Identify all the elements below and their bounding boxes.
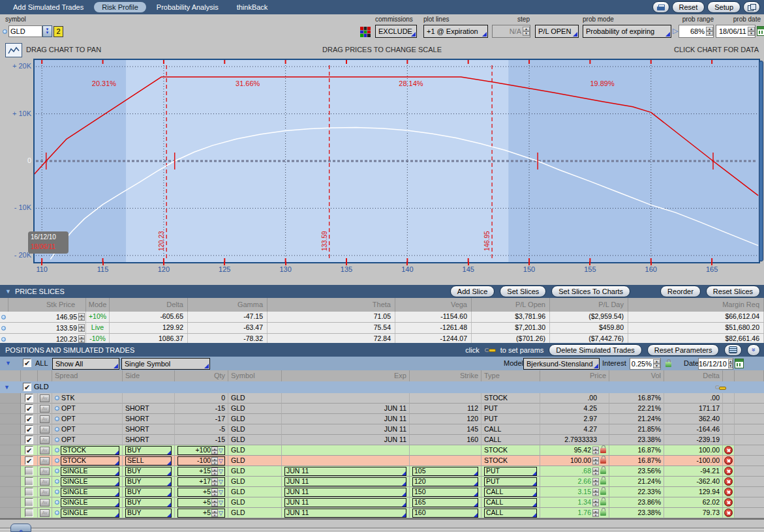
spread-select[interactable]: SINGLE xyxy=(61,509,119,518)
qty-dropdown-icon[interactable]: ▽ xyxy=(219,467,223,475)
price-lock-icon[interactable] xyxy=(600,510,606,516)
add-slice-button[interactable]: Add Slice xyxy=(450,286,495,297)
side-select[interactable]: BUY xyxy=(125,498,172,507)
tab-add-simulated-trades[interactable]: Add Simulated Trades xyxy=(5,1,91,13)
type-select[interactable]: CALL xyxy=(484,509,537,518)
reorder-button[interactable]: Reorder xyxy=(660,286,701,297)
delete-row-button[interactable] xyxy=(724,477,733,486)
side-select[interactable]: BUY xyxy=(125,488,172,497)
qty-dropdown-icon[interactable]: ▽ xyxy=(219,499,223,507)
delete-row-button[interactable] xyxy=(724,467,733,475)
row-checkbox[interactable]: ✔ xyxy=(25,436,33,444)
expand-arrow-icon[interactable]: ▷ xyxy=(673,27,678,35)
row-checkbox[interactable] xyxy=(25,498,33,507)
risk-profile-chart[interactable]: 120.23133.59146.9520.31%31.66%28.14%19.8… xyxy=(33,59,760,263)
row-options-button[interactable]: Av xyxy=(40,447,50,454)
print-button[interactable] xyxy=(652,1,669,13)
spinner-icon[interactable]: ▴▾ xyxy=(211,457,218,465)
exp-select[interactable]: JUN 11 xyxy=(284,467,406,476)
price-lock-icon[interactable] xyxy=(600,490,606,495)
set-slices-button[interactable]: Set Slices xyxy=(500,286,546,297)
strike-select[interactable]: 165 xyxy=(412,498,478,507)
side-select[interactable]: SELL xyxy=(125,456,172,466)
row-options-button[interactable]: Av xyxy=(40,426,50,434)
row-checkbox[interactable]: ✔ xyxy=(25,404,33,413)
collapse-triangle-icon[interactable]: ▼ xyxy=(5,288,11,295)
type-select[interactable]: PUT xyxy=(484,467,537,476)
side-select[interactable]: BUY xyxy=(125,467,172,476)
spread-select[interactable]: SINGLE xyxy=(61,467,119,476)
exp-select[interactable]: JUN 11 xyxy=(284,477,406,486)
qty-dropdown-icon[interactable]: ▽ xyxy=(219,509,223,517)
slice-mode[interactable]: +10% xyxy=(86,312,110,322)
group-collapse-icon[interactable]: ▼ xyxy=(5,360,11,366)
exp-select[interactable]: JUN 11 xyxy=(284,488,406,497)
tab-risk-profile[interactable]: Risk Profile xyxy=(94,2,146,12)
price-slice-row[interactable]: 133.59▴▾Live129.92-63.4775.54-1261.48$7,… xyxy=(0,323,764,334)
spinner-icon[interactable]: ▴▾ xyxy=(592,509,599,517)
reset-slices-button[interactable]: Reset Slices xyxy=(706,286,760,297)
symbol-dropdown-button[interactable]: ▼▼ xyxy=(42,25,52,37)
row-checkbox[interactable]: ✔ xyxy=(25,394,33,402)
row-checkbox[interactable] xyxy=(25,467,33,475)
step-stepper[interactable]: N/A ▴▾ xyxy=(492,25,530,38)
price-lock-icon[interactable] xyxy=(600,500,606,505)
type-select[interactable]: CALL xyxy=(484,488,537,497)
position-row[interactable]: ✔AvOPTSHORT-17GLDJUN 11120PUT2.9721.24%3… xyxy=(0,414,764,424)
spinner-icon[interactable]: ▴▾ xyxy=(211,509,218,517)
type-select[interactable]: CALL xyxy=(484,498,537,507)
qty-stepper[interactable]: -100▴▾▽ xyxy=(177,456,225,466)
side-select[interactable]: BUY xyxy=(125,477,172,486)
tab-thinkback[interactable]: thinkBack xyxy=(229,1,276,13)
price-lock-icon[interactable] xyxy=(600,479,606,484)
group-params-icon[interactable] xyxy=(715,385,726,390)
symbol-group-row[interactable]: ▼ ✔ GLD xyxy=(0,381,764,393)
spinner-icon[interactable]: ▴▾ xyxy=(592,499,599,507)
position-row[interactable]: ✔AvOPTSHORT-15GLDJUN 11112PUT4.2522.21%1… xyxy=(0,404,764,414)
commissions-grid-icon[interactable] xyxy=(360,27,371,37)
simulated-trade-row[interactable]: AvSINGLEBUY+17▴▾▽GLDJUN 11120PUT2.66▴▾21… xyxy=(0,477,764,487)
price-lock-icon[interactable] xyxy=(600,469,606,474)
spinner-icon[interactable]: ▴▾ xyxy=(78,335,85,343)
interest-lock-icon[interactable] xyxy=(665,362,671,367)
step-spinner-icon[interactable]: ▴▾ xyxy=(523,27,530,36)
prob-mode-select[interactable]: Probability of expiring xyxy=(583,25,671,38)
reset-button[interactable]: Reset xyxy=(672,1,705,13)
spinner-icon[interactable]: ▴▾ xyxy=(592,488,599,496)
date-spinner-icon[interactable]: ▴▾ xyxy=(728,359,733,368)
pl-mode-select[interactable]: P/L OPEN xyxy=(535,25,579,38)
delete-row-button[interactable] xyxy=(724,488,733,496)
qty-dropdown-icon[interactable]: ▽ xyxy=(219,447,223,454)
symbol-input[interactable] xyxy=(8,25,42,37)
date-calendar-icon[interactable] xyxy=(735,359,744,368)
strike-select[interactable]: 150 xyxy=(412,488,478,497)
qty-stepper[interactable]: +5▴▾▽ xyxy=(177,488,225,497)
row-checkbox[interactable] xyxy=(25,509,33,517)
show-filter-select[interactable]: Show All xyxy=(52,358,119,370)
side-select[interactable]: BUY xyxy=(125,509,172,518)
setup-button[interactable]: Setup xyxy=(707,1,741,13)
row-options-button[interactable]: Av xyxy=(40,488,50,496)
slice-price-stepper[interactable]: 133.59▴▾ xyxy=(7,323,86,333)
strike-select[interactable]: 105 xyxy=(412,467,478,476)
spinner-icon[interactable]: ▴▾ xyxy=(211,467,218,475)
row-options-button[interactable]: Av xyxy=(40,509,50,517)
qty-stepper[interactable]: +100▴▾▽ xyxy=(177,446,225,455)
set-slices-to-charts-button[interactable]: Set Slices To Charts xyxy=(551,286,630,297)
strike-select[interactable]: 120 xyxy=(412,477,478,486)
plot-lines-select[interactable]: +1 @ Expiration xyxy=(423,25,488,38)
cash-button[interactable] xyxy=(724,344,742,356)
spinner-icon[interactable]: ▴▾ xyxy=(592,457,599,465)
side-select[interactable]: BUY xyxy=(125,446,172,455)
panel-collapse-handle[interactable]: « xyxy=(10,524,31,532)
spread-select[interactable]: STOCK xyxy=(61,446,119,455)
delete-row-button[interactable] xyxy=(724,446,733,454)
collapse-panel-button[interactable]: « xyxy=(747,344,760,356)
row-checkbox[interactable] xyxy=(25,477,33,486)
row-options-button[interactable]: Av xyxy=(40,478,50,486)
spread-select[interactable]: SINGLE xyxy=(61,488,119,497)
delete-row-button[interactable] xyxy=(724,498,733,507)
price-slice-row[interactable]: 146.95▴▾+10%-605.65-47.1571.05-1154.60$3… xyxy=(0,312,764,323)
position-row[interactable]: ✔AvOPTSHORT-15GLDJUN 11160CALL2.79333332… xyxy=(0,435,764,445)
simulated-trade-row[interactable]: ✔AvSTOCKSELL-100▴▾▽GLDSTOCK100.00▴▾16.87… xyxy=(0,456,764,466)
